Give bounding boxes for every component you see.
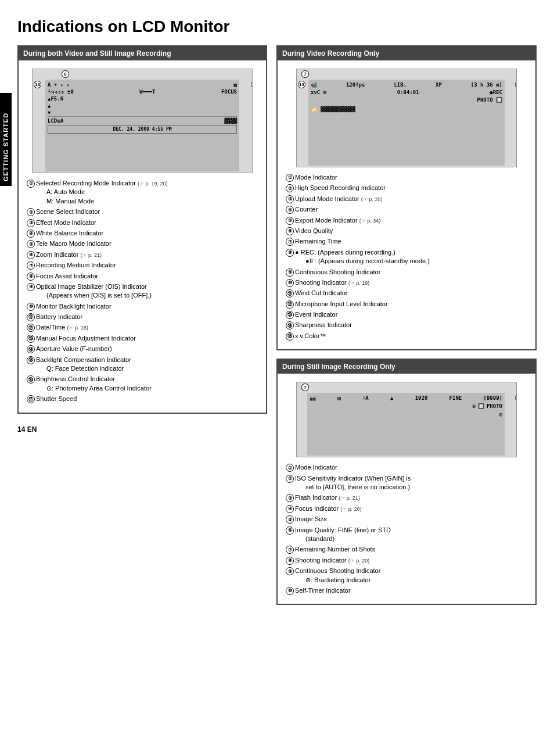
- indicator-both-15-text: Backlight Compensation Indicator Q: Face…: [36, 356, 131, 374]
- left-column: During both Video and Still Image Record…: [17, 45, 267, 613]
- ann-both-12: 12: [251, 81, 253, 88]
- snum-5: ⑤: [286, 515, 294, 524]
- lcd-diagram-video: 1 2 3 4 5 6 7 8 9 1: [296, 69, 517, 167]
- video-quality: XP: [436, 82, 442, 88]
- lcd-mode-icon: A ☀ ✦ ✦: [48, 82, 70, 88]
- indicator-still-4: ④ Focus Indicator (☞ p. 20): [286, 504, 527, 513]
- indicator-still-1-text: Mode Indicator: [295, 463, 337, 472]
- indicator-both-16-sub: ⊙: Photometry Area Control Indicator: [46, 384, 152, 393]
- indicator-video-1-text: Mode Indicator: [295, 173, 337, 182]
- indicator-video-15-text: x.v.Color™: [295, 332, 326, 341]
- still-mode-icon: 📷: [310, 395, 316, 401]
- indicator-both-10-text: Monitor Backlight Indicator: [36, 302, 111, 311]
- still-timer: ⊘: [472, 403, 475, 409]
- indicator-video-4-text: Counter: [295, 205, 318, 214]
- indicator-both-4-text: White Balance Indicator: [36, 229, 103, 238]
- indicator-both-1-sub1: A: Auto Mode: [46, 188, 167, 196]
- indicator-still-2-sub: set to [AUTO], there is no indication.): [305, 483, 411, 492]
- num-9: ⑨: [27, 283, 35, 291]
- indicator-video-2: ② High Speed Recording Indicator: [286, 184, 527, 192]
- video-mic-level: ▓▓▓▓▓▓▓▓▓▓▓: [321, 106, 355, 112]
- indicator-still-5: ⑤ Image Size: [286, 515, 527, 524]
- indicator-video-8: ⑧ ● REC: (Appears during recording.) ●II…: [286, 248, 527, 266]
- lcd-arrows2: ▼: [48, 110, 51, 116]
- indicator-video-2-text: High Speed Recording Indicator: [295, 184, 386, 192]
- indicator-still-6-text: Image Quality: FINE (fine) or STD (stand…: [295, 526, 391, 544]
- both-indicator-list: ① Selected Recording Mode Indicator (☞ p…: [23, 177, 261, 408]
- num-3: ③: [27, 219, 35, 227]
- num-17: ⑰: [27, 395, 35, 403]
- vnum-6: ⑥: [286, 227, 294, 235]
- indicator-video-14: ⑭ Sharpness Indicator: [286, 321, 527, 329]
- video-mode-icon: 📹: [311, 82, 317, 88]
- indicator-both-15-sub: Q: Face Detection indicator: [46, 364, 131, 373]
- indicator-both-5-text: Tele Macro Mode Indicator: [36, 239, 111, 248]
- indicator-both-1: ① Selected Recording Mode Indicator (☞ p…: [27, 179, 258, 206]
- vnum-13: ⑬: [286, 311, 294, 319]
- section-video-header: During Video Recording Only: [278, 46, 535, 60]
- lcd-battery: ▓▓▓▓: [224, 118, 237, 124]
- num-12: ⑫: [27, 324, 35, 332]
- ann-video-7: 7: [301, 70, 309, 78]
- indicator-video-11-text: Wind Cut Indicator: [295, 289, 347, 298]
- lcd-zoom: W━━━T: [139, 89, 155, 95]
- video-xvc: xvC ⊕: [311, 89, 326, 95]
- page-number: 14 EN: [17, 425, 267, 433]
- snum-2: ②: [286, 475, 294, 483]
- indicator-video-6-text: Video Quality: [295, 227, 333, 235]
- indicator-both-3: ③ Effect Mode Indicator: [27, 218, 258, 227]
- vnum-10: ⑩: [286, 279, 294, 287]
- vnum-3: ③: [286, 195, 294, 203]
- indicator-video-13: ⑬ Event Indicator: [286, 310, 527, 319]
- num-13: ⑬: [27, 335, 35, 343]
- num-15: ⑮: [27, 356, 35, 364]
- still-shots: [9999]: [483, 395, 502, 401]
- num-5: ⑤: [27, 240, 35, 248]
- indicator-both-9: ⑨ Optical Image Stabilizer (OIS) Indicat…: [27, 282, 258, 300]
- ann-both-6: 6: [62, 70, 69, 78]
- ann-still-10: 10: [515, 394, 517, 402]
- indicator-both-8: ⑧ Focus Assist Indicator: [27, 272, 258, 281]
- video-time-remain: [3 h 36 m]: [471, 82, 502, 88]
- section-still-body: 1 2 3 4 5 6 7 8 9: [278, 374, 535, 604]
- still-iso: ▤: [337, 395, 340, 401]
- ann-video-13: 13: [298, 81, 305, 88]
- snum-3: ③: [286, 494, 294, 502]
- lcd-medium-icon: ▦: [234, 82, 237, 88]
- indicator-both-12: ⑫ Date/Time (☞ p. 16): [27, 323, 258, 332]
- lcd-datetime: DEC. 24. 2009 4:55 PM: [113, 127, 171, 132]
- snum-9: ⑨: [286, 567, 294, 575]
- section-video-body: 1 2 3 4 5 6 7 8 9 1: [278, 60, 535, 349]
- num-2: ②: [27, 208, 35, 216]
- indicator-video-11: ⑪ Wind Cut Indicator: [286, 289, 527, 298]
- indicator-both-9-sub: (Appears when [OIS] is set to [OFF].): [46, 291, 152, 300]
- indicator-still-6-sub: (standard): [305, 535, 391, 543]
- indicator-video-7: ⑦ Remaining Time: [286, 237, 527, 246]
- indicator-video-9-text: Continuous Shooting Indicator: [295, 268, 380, 277]
- lcd-lcd-label: LCD⊞A: [48, 118, 63, 124]
- lcd-diagram-both: 1 2 3 4 5 6 7 8 9 10 11: [32, 69, 253, 173]
- right-column: During Video Recording Only 1 2 3 4 5 6: [276, 45, 537, 613]
- section-both: During both Video and Still Image Record…: [17, 45, 267, 414]
- indicator-both-1-text: Selected Recording Mode Indicator (☞ p. …: [36, 179, 167, 206]
- video-fps: 120fps: [346, 82, 365, 88]
- vnum-15: ⑮: [286, 332, 294, 341]
- indicator-both-6-text: Zoom Indicator (☞ p. 21): [36, 250, 102, 259]
- indicator-video-13-text: Event Indicator: [295, 310, 337, 319]
- section-still-header: During Still Image Recording Only: [278, 360, 535, 374]
- indicator-video-7-text: Remaining Time: [295, 237, 341, 246]
- indicator-both-11: ⑪ Battery Indicator: [27, 313, 258, 321]
- indicator-still-10: ⑩ Self-Timer Indicator: [286, 586, 527, 595]
- indicator-both-7-text: Recording Medium Indicator: [36, 261, 116, 270]
- indicator-video-12-text: Microphone Input Level Indicator: [295, 300, 388, 309]
- indicator-video-8-text: ● REC: (Appears during recording.) ●II :…: [295, 248, 430, 266]
- vnum-14: ⑭: [286, 321, 294, 329]
- vnum-12: ⑫: [286, 300, 294, 309]
- video-photo: PHOTO 🔲: [477, 97, 502, 103]
- indicator-both-10: ⑩ Monitor Backlight Indicator: [27, 302, 258, 311]
- sidebar-label: GETTING STARTED: [0, 93, 12, 186]
- video-event-icon: 📁: [311, 106, 317, 112]
- indicator-both-7: ⑦ Recording Medium Indicator: [27, 261, 258, 270]
- indicator-video-14-text: Sharpness Indicator: [295, 321, 352, 329]
- num-1: ①: [27, 180, 35, 188]
